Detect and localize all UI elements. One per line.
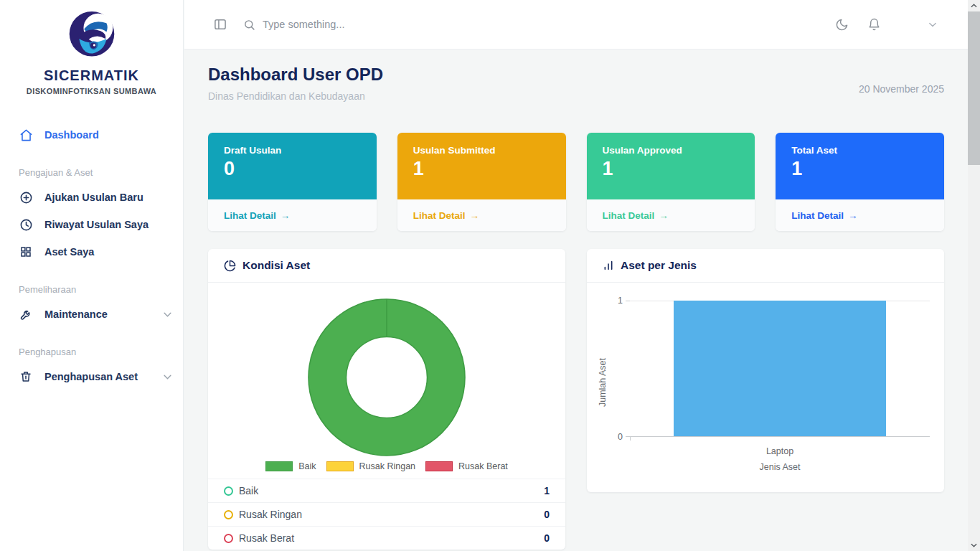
- link-label: Lihat Detail: [413, 210, 466, 221]
- arrow-right-icon: →: [470, 210, 480, 221]
- donut-legend: Baik Rusak Ringan Rusak Berat: [208, 461, 565, 479]
- sidebar-section-pengajuan: Pengajuan & Aset: [0, 167, 183, 178]
- stat-label: Draft Usulan: [224, 145, 361, 156]
- sidebar-item-aset-saya[interactable]: Aset Saya: [0, 238, 183, 265]
- kondisi-list: Baik 1 Rusak Ringan 0 Rusak Berat 0: [208, 479, 565, 550]
- legend-swatch: [425, 461, 453, 471]
- user-menu[interactable]: UD: [900, 11, 936, 37]
- sidebar-toggle-icon[interactable]: [213, 17, 227, 32]
- x-axis-title: Jenis Aset: [630, 462, 930, 472]
- ring-icon: [224, 510, 233, 519]
- main-content: Dashboard User OPD Dinas Pendidikan dan …: [184, 50, 968, 551]
- kondisi-value: 0: [544, 509, 550, 520]
- lihat-detail-link[interactable]: Lihat Detail→: [224, 210, 290, 221]
- legend-item-rusak-berat: Rusak Berat: [425, 461, 508, 471]
- wrench-icon: [19, 307, 33, 321]
- x-tick-label: Laptop: [630, 446, 930, 456]
- legend-label: Baik: [298, 461, 316, 471]
- sidebar-item-label: Dashboard: [44, 129, 99, 141]
- bar-chart-icon: [603, 260, 614, 271]
- search-icon: [243, 19, 255, 31]
- legend-label: Rusak Ringan: [359, 461, 416, 471]
- link-label: Lihat Detail: [603, 210, 655, 221]
- link-label: Lihat Detail: [224, 210, 276, 221]
- sidebar-item-riwayat-usulan-saya[interactable]: Riwayat Usulan Saya: [0, 211, 183, 238]
- sidebar: SICERMATIK DISKOMINFOTIKSAN SUMBAWA Dash…: [0, 0, 184, 551]
- app-logo-icon: [67, 10, 116, 65]
- y-tick-label: 1: [594, 296, 623, 306]
- stat-value: 0: [224, 159, 361, 180]
- chevron-down-icon: [929, 22, 936, 27]
- y-tick-label: 0: [594, 432, 623, 442]
- stat-label: Usulan Submitted: [413, 145, 550, 156]
- page-subtitle: Dinas Pendidikan dan Kebudayaan: [208, 90, 944, 102]
- sidebar-item-ajukan-usulan-baru[interactable]: Ajukan Usulan Baru: [0, 184, 183, 211]
- arrow-right-icon: →: [281, 210, 291, 221]
- page-date: 20 November 2025: [859, 83, 944, 95]
- plot-area: [630, 301, 930, 437]
- arrow-right-icon: →: [848, 210, 858, 221]
- list-item: Rusak Berat 0: [208, 526, 565, 550]
- bar-chart: Jumlah Aset 1 0 Laptop Jenis Aset: [587, 283, 944, 492]
- stat-card-draft-usulan: Draft Usulan 0 Lihat Detail→: [208, 133, 377, 231]
- stat-label: Total Aset: [791, 145, 928, 156]
- bar-laptop: [674, 301, 887, 436]
- list-item: Rusak Ringan 0: [208, 502, 565, 526]
- clock-icon: [19, 217, 33, 232]
- app-org: DISKOMINFOTIKSAN SUMBAWA: [0, 87, 183, 95]
- sidebar-item-dashboard[interactable]: Dashboard: [0, 121, 183, 149]
- scrollbar[interactable]: [968, 0, 980, 551]
- legend-label: Rusak Berat: [458, 461, 508, 471]
- page-title: Dashboard User OPD: [208, 65, 944, 85]
- home-icon: [19, 128, 33, 142]
- kondisi-value: 1: [544, 485, 550, 496]
- sidebar-item-label: Riwayat Usulan Saya: [44, 219, 149, 230]
- x-tick-mark: [630, 436, 631, 441]
- scrollbar-up-arrow[interactable]: [968, 0, 980, 11]
- topbar: UD: [184, 0, 968, 50]
- search-input[interactable]: [263, 19, 449, 30]
- legend-item-baik: Baik: [265, 461, 316, 471]
- lihat-detail-link[interactable]: Lihat Detail→: [413, 210, 479, 221]
- brand: SICERMATIK DISKOMINFOTIKSAN SUMBAWA: [0, 0, 183, 95]
- stat-cards-row: Draft Usulan 0 Lihat Detail→ Usulan Subm…: [208, 133, 944, 231]
- legend-swatch: [326, 461, 354, 471]
- arrow-right-icon: →: [659, 210, 669, 221]
- legend-item-rusak-ringan: Rusak Ringan: [326, 461, 416, 471]
- stat-card-total-aset: Total Aset 1 Lihat Detail→: [776, 133, 944, 231]
- sidebar-section-penghapusan: Penghapusan: [0, 347, 183, 357]
- topbar-search: [243, 19, 449, 31]
- scrollbar-down-arrow[interactable]: [968, 540, 980, 551]
- kondisi-label: Rusak Ringan: [239, 509, 302, 520]
- donut-chart: [208, 283, 565, 457]
- stat-value: 1: [791, 159, 928, 180]
- chevron-down-icon: [164, 312, 171, 317]
- app-name: SICERMATIK: [0, 67, 183, 84]
- stat-value: 1: [413, 159, 550, 180]
- lihat-detail-link[interactable]: Lihat Detail→: [603, 210, 669, 221]
- sidebar-item-label: Ajukan Usulan Baru: [44, 192, 143, 203]
- card-title: Kondisi Aset: [242, 259, 310, 272]
- sidebar-section-pemeliharaan: Pemeliharaan: [0, 284, 183, 295]
- chevron-down-icon: [164, 375, 171, 380]
- ring-icon: [224, 534, 233, 543]
- y-axis-title: Jumlah Aset: [598, 347, 608, 418]
- stat-label: Usulan Approved: [603, 145, 740, 156]
- link-label: Lihat Detail: [791, 210, 844, 221]
- page-header: Dashboard User OPD Dinas Pendidikan dan …: [208, 65, 944, 102]
- stat-card-usulan-submitted: Usulan Submitted 1 Lihat Detail→: [397, 133, 566, 231]
- sidebar-item-penghapusan-aset[interactable]: Penghapusan Aset: [0, 363, 183, 390]
- avatar[interactable]: UD: [900, 11, 925, 37]
- pie-chart-icon: [224, 260, 236, 272]
- lihat-detail-link[interactable]: Lihat Detail→: [791, 210, 857, 221]
- list-item: Baik 1: [208, 479, 565, 502]
- bell-icon[interactable]: [867, 18, 881, 32]
- kondisi-label: Rusak Berat: [239, 532, 294, 544]
- sidebar-item-label: Penghapusan Aset: [44, 371, 138, 382]
- moon-icon[interactable]: [835, 18, 849, 32]
- plus-circle-icon: [19, 190, 33, 204]
- stat-card-usulan-approved: Usulan Approved 1 Lihat Detail→: [587, 133, 755, 231]
- scrollbar-thumb[interactable]: [968, 11, 980, 165]
- sidebar-item-label: Aset Saya: [44, 246, 94, 258]
- sidebar-item-maintenance[interactable]: Maintenance: [0, 301, 183, 328]
